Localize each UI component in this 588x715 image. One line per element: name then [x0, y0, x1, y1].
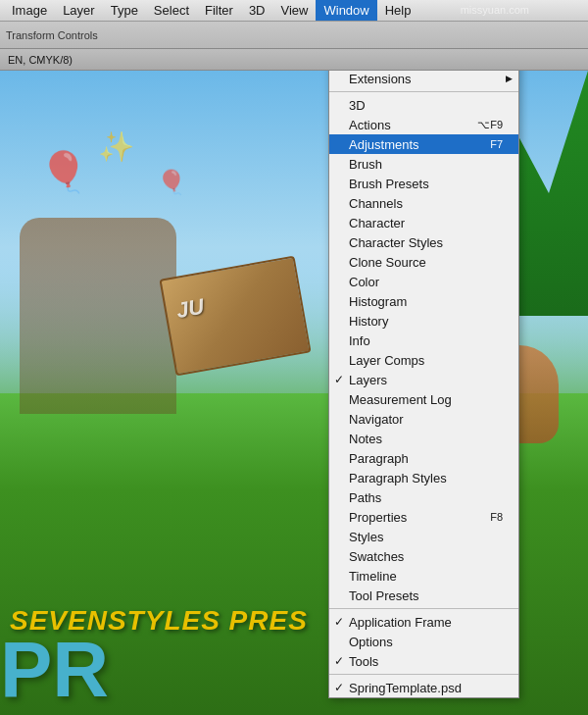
menubar-item-filter[interactable]: Filter [197, 0, 241, 21]
canvas-area: 🎈 ✨ 🎈 JU SEVENSTYLES PRES PR Arrange Wor… [0, 71, 588, 715]
menu-item-application-frame[interactable]: Application Frame [329, 612, 518, 632]
menubar-item-view[interactable]: View [273, 0, 317, 21]
menu-item-adjustments[interactable]: Adjustments F7 [329, 134, 518, 154]
menu-item-paths[interactable]: Paths [329, 487, 518, 507]
menu-item-tool-presets[interactable]: Tool Presets [329, 586, 518, 605]
toolbar: Transform Controls [0, 22, 588, 49]
menu-item-clone-source[interactable]: Clone Source [329, 252, 518, 272]
menu-item-options[interactable]: Options [329, 632, 518, 651]
menu-item-actions[interactable]: Actions ⌥F9 [329, 115, 518, 134]
menu-item-tools[interactable]: Tools [329, 651, 518, 671]
canvas-big-text: PR [0, 625, 109, 715]
menu-item-brush[interactable]: Brush [329, 154, 518, 174]
menubar: Image Layer Type Select Filter 3D View W… [0, 0, 588, 22]
menu-item-info[interactable]: Info [329, 331, 518, 350]
toolbar-label: Transform Controls [6, 29, 98, 41]
doc-titlebar: EN, CMYK/8) [0, 49, 588, 71]
menu-item-properties[interactable]: Properties F8 [329, 507, 518, 527]
fireworks-decoration: ✨ [98, 129, 134, 164]
doc-title: EN, CMYK/8) [8, 54, 73, 66]
properties-shortcut: F8 [490, 511, 503, 523]
watermark: missyuan.com [461, 4, 529, 16]
menu-item-paragraph[interactable]: Paragraph [329, 448, 518, 468]
menu-item-brush-presets[interactable]: Brush Presets [329, 174, 518, 193]
menu-item-measurement-log[interactable]: Measurement Log [329, 389, 518, 409]
menu-item-3d[interactable]: 3D [329, 95, 518, 115]
window-dropdown-menu: Arrange Workspace Extensions 3D Actions … [328, 71, 519, 698]
menu-item-extensions[interactable]: Extensions [329, 71, 518, 88]
menubar-item-3d[interactable]: 3D [241, 0, 273, 21]
adjustments-shortcut: F7 [490, 138, 503, 150]
menubar-item-image[interactable]: Image [4, 0, 55, 21]
menu-item-color[interactable]: Color [329, 272, 518, 291]
menubar-item-help[interactable]: Help [377, 0, 419, 21]
deer-silhouette [20, 218, 176, 414]
menu-item-layer-comps[interactable]: Layer Comps [329, 350, 518, 370]
menu-item-styles[interactable]: Styles [329, 527, 518, 546]
separator-3 [329, 608, 518, 609]
separator-2 [329, 91, 518, 92]
menubar-item-type[interactable]: Type [103, 0, 146, 21]
menu-item-navigator[interactable]: Navigator [329, 409, 518, 429]
menu-item-histogram[interactable]: Histogram [329, 291, 518, 311]
balloons-decoration: 🎈 [39, 149, 88, 195]
menu-item-character-styles[interactable]: Character Styles [329, 232, 518, 252]
menubar-item-layer[interactable]: Layer [55, 0, 103, 21]
menu-item-swatches[interactable]: Swatches [329, 546, 518, 566]
menu-item-timeline[interactable]: Timeline [329, 566, 518, 586]
menu-item-layers[interactable]: Layers [329, 370, 518, 389]
menu-item-notes[interactable]: Notes [329, 429, 518, 448]
menubar-item-window[interactable]: Window [316, 0, 376, 21]
menu-item-spring-template[interactable]: SpringTemplate.psd [329, 678, 518, 697]
menu-item-history[interactable]: History [329, 311, 518, 331]
balloon-yellow: 🎈 [157, 169, 186, 196]
actions-shortcut: ⌥F9 [477, 119, 503, 131]
separator-4 [329, 674, 518, 675]
menu-item-character[interactable]: Character [329, 213, 518, 232]
menu-item-channels[interactable]: Channels [329, 193, 518, 213]
menubar-item-select[interactable]: Select [146, 0, 197, 21]
menu-item-paragraph-styles[interactable]: Paragraph Styles [329, 468, 518, 487]
